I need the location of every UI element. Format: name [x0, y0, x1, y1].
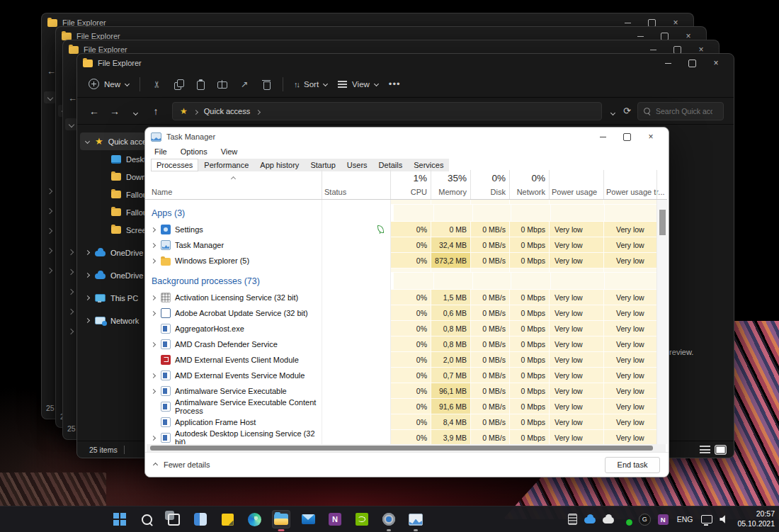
view-button[interactable]: View — [338, 80, 378, 89]
sidebar-item-fallout-76[interactable]: Fallout 76 — [80, 186, 149, 203]
vertical-scrollbar[interactable] — [656, 200, 668, 444]
expander-icon[interactable] — [150, 343, 157, 346]
minimize-button[interactable] — [656, 57, 680, 69]
breadcrumb[interactable]: ★ Quick access — [172, 102, 602, 120]
more-options-icon[interactable]: ••• — [389, 79, 401, 89]
taskbar-mail-button[interactable] — [299, 510, 317, 528]
expander-icon[interactable] — [150, 296, 157, 300]
sidebar-item-downloads[interactable]: Downloads — [80, 168, 149, 186]
copy-icon[interactable] — [173, 79, 184, 90]
hidden-icons-panel-icon[interactable] — [568, 514, 577, 525]
scrollbar-thumb[interactable] — [150, 446, 653, 451]
volume-icon[interactable] — [720, 515, 728, 524]
close-button[interactable]: × — [639, 130, 663, 143]
scrollbar-thumb[interactable] — [659, 210, 666, 235]
details-view-toggle-icon[interactable] — [700, 446, 710, 454]
menu-view[interactable]: View — [221, 147, 238, 156]
taskbar-nvidia-button[interactable] — [353, 510, 371, 528]
sidebar-item-quick-access[interactable]: Quick access — [80, 132, 145, 150]
paste-icon[interactable] — [195, 79, 206, 90]
taskbar-task-view-button[interactable] — [164, 510, 183, 528]
logitech-g-icon[interactable]: G — [639, 514, 651, 526]
taskbar-search-button[interactable] — [137, 510, 156, 528]
search-input[interactable] — [654, 106, 714, 116]
sidebar-item-desktop[interactable]: Desktop — [80, 150, 149, 168]
windows-security-icon[interactable] — [621, 514, 632, 525]
taskbar-start-button[interactable] — [110, 510, 129, 528]
refresh-icon[interactable]: ⟳ — [623, 106, 631, 116]
expander-icon[interactable] — [150, 228, 157, 232]
chevron-right-icon[interactable] — [84, 251, 90, 254]
menu-file[interactable]: File — [154, 147, 167, 156]
process-row[interactable]: Antimalware Service Executable Content P… — [145, 399, 656, 414]
col-status[interactable]: Status — [324, 188, 346, 196]
taskbar-file-explorer-button[interactable] — [272, 510, 290, 528]
process-row[interactable]: AMD External Events Client Module0%2,0 M… — [145, 352, 656, 368]
breadcrumb-root[interactable]: Quick access — [204, 107, 250, 115]
delete-icon[interactable] — [261, 79, 272, 90]
recent-locations-icon[interactable] — [128, 106, 142, 117]
sidebar-item-onedrive-ur[interactable]: OneDrive - Ur — [80, 266, 149, 284]
group-heading-apps-3[interactable]: Apps (3) — [145, 205, 656, 222]
chevron-right-icon[interactable] — [84, 273, 90, 277]
col-network[interactable]: Network — [509, 188, 549, 196]
sidebar-item-onedrive-pe[interactable]: OneDrive - Pe — [80, 244, 149, 261]
chevron-down-icon[interactable] — [44, 91, 56, 103]
process-row[interactable]: AMD External Events Service Module0%0,7 … — [145, 368, 656, 383]
expander-icon[interactable] — [150, 312, 157, 315]
process-row[interactable]: Activation Licensing Service (32 bit)0%1… — [145, 290, 656, 305]
onenote-tray-icon[interactable]: N — [658, 514, 669, 525]
process-row[interactable]: Windows Explorer (5)0%873,2 MB0 MB/s0 Mb… — [145, 253, 656, 268]
expander-icon[interactable] — [150, 244, 157, 247]
minimize-button[interactable] — [591, 130, 615, 143]
sidebar-item-screenshots[interactable]: Screenshots — [80, 221, 149, 239]
sort-button[interactable]: ↑↓ Sort — [294, 80, 327, 89]
forward-button[interactable]: → — [108, 106, 122, 117]
rename-icon[interactable] — [217, 79, 228, 90]
back-button[interactable]: ← — [87, 106, 101, 117]
group-heading-background-processes-73[interactable]: Background processes (73) — [145, 273, 656, 290]
taskbar-settings-button[interactable] — [380, 510, 398, 528]
expander-icon[interactable] — [150, 374, 157, 378]
clock[interactable]: 20:57 05.10.2021 — [737, 509, 775, 528]
taskbar-edge-button[interactable] — [245, 510, 263, 528]
large-icons-view-toggle-icon[interactable] — [715, 445, 727, 455]
chevron-down-icon[interactable] — [84, 140, 90, 143]
end-task-button[interactable]: End task — [605, 457, 660, 473]
share-icon[interactable]: ↗ — [239, 79, 250, 90]
task-manager-window[interactable]: Task Manager × FileOptionsView Processes… — [144, 127, 669, 477]
col-disk[interactable]: Disk — [470, 188, 509, 196]
cloud-icon[interactable] — [603, 517, 614, 523]
expander-icon[interactable] — [150, 259, 157, 263]
cut-icon[interactable]: ✂ — [151, 79, 162, 90]
process-row[interactable]: Adobe Acrobat Update Service (32 bit)0%0… — [145, 305, 656, 321]
maximize-button[interactable] — [680, 57, 704, 69]
horizontal-scrollbar[interactable] — [147, 444, 666, 452]
onedrive-cloud-icon[interactable] — [584, 517, 596, 523]
search-box[interactable] — [637, 102, 724, 120]
chevron-right-icon[interactable] — [84, 319, 90, 322]
col-power-usage[interactable]: Power usage — [552, 188, 597, 196]
language-indicator[interactable]: ENG — [676, 515, 695, 523]
address-dropdown-icon[interactable] — [611, 105, 615, 118]
col-cpu[interactable]: CPU — [390, 188, 431, 196]
process-row[interactable]: Application Frame Host0%8,4 MB0 MB/s0 Mb… — [145, 414, 656, 430]
taskbar-sticky-notes-button[interactable] — [218, 510, 237, 528]
chevron-down-icon[interactable] — [65, 118, 77, 130]
maximize-button[interactable] — [615, 130, 639, 143]
process-row[interactable]: AMD Crash Defender Service0%0,8 MB0 MB/s… — [145, 336, 656, 352]
taskbar-task-manager-button[interactable] — [406, 510, 425, 528]
network-tray-icon[interactable] — [701, 515, 712, 523]
fewer-details-button[interactable]: Fewer details — [154, 460, 210, 469]
col-memory[interactable]: Memory — [431, 188, 470, 196]
taskbar-widgets-button[interactable] — [191, 510, 210, 528]
sidebar-item-fallout4[interactable]: Fallout4 — [80, 203, 149, 221]
col-name[interactable]: Name — [152, 188, 172, 196]
menu-options[interactable]: Options — [181, 147, 207, 156]
process-row[interactable]: Settings0%0 MB0 MB/s0 MbpsVery lowVery l… — [145, 222, 656, 237]
process-row[interactable]: Autodesk Desktop Licensing Service (32 b… — [145, 430, 656, 444]
new-button[interactable]: New — [89, 79, 129, 89]
titlebar[interactable]: Task Manager × — [145, 128, 669, 145]
close-button[interactable]: × — [704, 57, 728, 69]
sidebar-item-network[interactable]: Network — [80, 312, 149, 329]
